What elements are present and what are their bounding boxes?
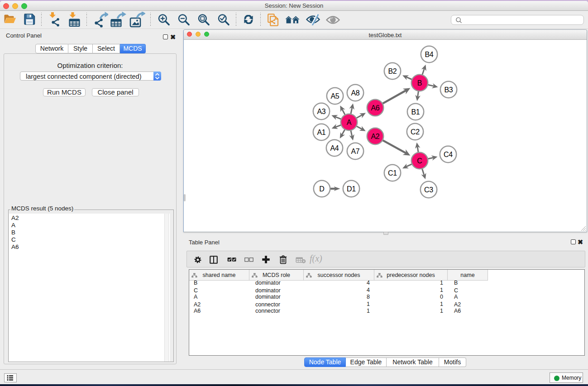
- svg-text:A8: A8: [351, 89, 360, 97]
- svg-text:A3: A3: [317, 108, 326, 115]
- svg-text:C4: C4: [444, 151, 453, 158]
- svg-text:A2: A2: [371, 133, 380, 140]
- svg-text:A7: A7: [351, 148, 360, 155]
- svg-text:B3: B3: [445, 86, 453, 94]
- svg-text:C2: C2: [411, 128, 420, 136]
- svg-text:D: D: [319, 185, 324, 193]
- svg-text:D1: D1: [347, 185, 356, 193]
- svg-text:A5: A5: [331, 92, 339, 100]
- svg-text:B: B: [417, 79, 422, 87]
- svg-text:B1: B1: [411, 108, 420, 116]
- svg-text:A: A: [347, 119, 352, 126]
- svg-text:C1: C1: [388, 169, 397, 177]
- svg-text:C3: C3: [424, 186, 433, 194]
- svg-text:A4: A4: [330, 144, 339, 152]
- svg-text:C: C: [417, 157, 422, 165]
- svg-text:A6: A6: [371, 104, 380, 112]
- svg-text:A1: A1: [317, 129, 326, 136]
- svg-text:B2: B2: [388, 67, 397, 75]
- svg-text:B4: B4: [425, 51, 434, 58]
